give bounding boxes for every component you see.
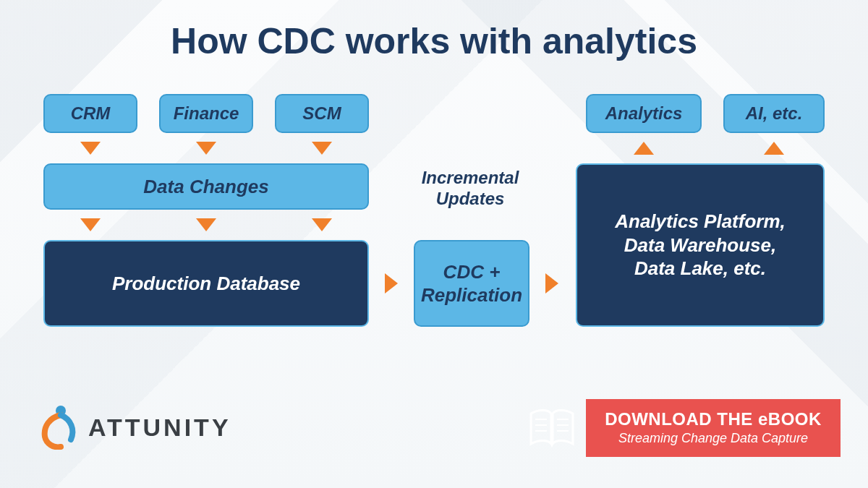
cta-title: DOWNLOAD THE eBOOK — [605, 409, 822, 429]
source-scm: SCM — [275, 94, 369, 133]
cdc-replication-box: CDC + Replication — [414, 240, 529, 327]
arrow-down-icon — [196, 142, 216, 155]
attunity-logo: ATTUNITY — [39, 405, 231, 450]
output-analytics: Analytics — [586, 94, 702, 133]
data-changes-box: Data Changes — [43, 163, 369, 210]
book-icon — [528, 408, 576, 451]
arrow-down-icon — [80, 218, 101, 231]
download-ebook-button[interactable]: DOWNLOAD THE eBOOK Streaming Change Data… — [586, 399, 841, 457]
arrow-down-icon — [312, 218, 332, 231]
arrow-down-icon — [80, 142, 101, 155]
analytics-platform-box: Analytics Platform, Data Warehouse, Data… — [576, 163, 825, 327]
arrow-up-icon — [764, 142, 784, 155]
arrow-up-icon — [634, 142, 654, 155]
cta-subtitle: Streaming Change Data Capture — [618, 431, 808, 446]
arrow-down-icon — [196, 218, 216, 231]
page-title: How CDC works with analytics — [0, 20, 868, 62]
incremental-updates-label: Incremental Updates — [405, 168, 535, 210]
arrow-right-icon — [385, 273, 398, 294]
production-database-box: Production Database — [43, 240, 369, 327]
source-crm: CRM — [43, 94, 137, 133]
source-finance: Finance — [159, 94, 253, 133]
arrow-down-icon — [312, 142, 332, 155]
attunity-logo-text: ATTUNITY — [88, 414, 231, 442]
arrow-right-icon — [545, 273, 558, 294]
attunity-logo-icon — [39, 405, 78, 450]
output-ai: AI, etc. — [723, 94, 825, 133]
